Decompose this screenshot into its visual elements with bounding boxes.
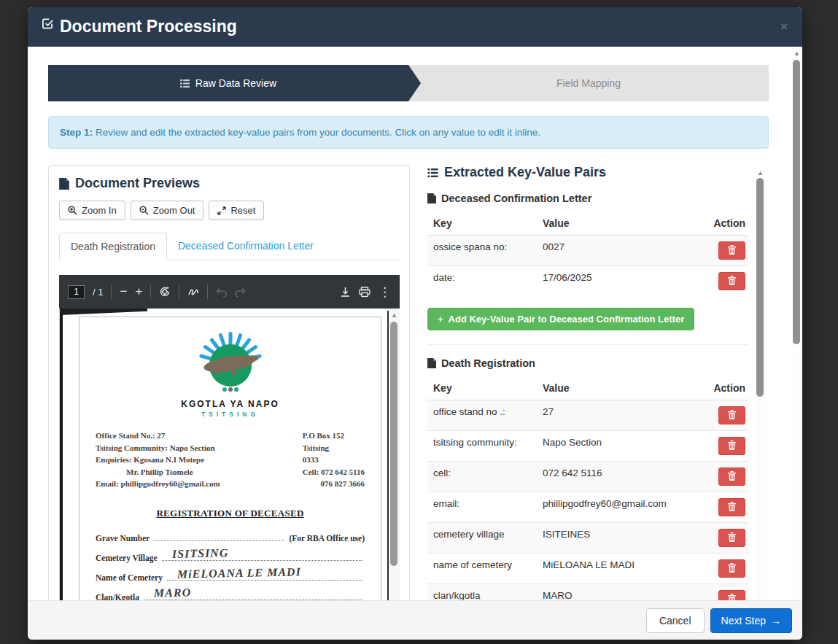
kv-value[interactable]: MARO bbox=[537, 584, 703, 601]
tab-deceased-confirmation-letter[interactable]: Deceased Confirmation Letter bbox=[167, 233, 325, 260]
reset-button[interactable]: Reset bbox=[209, 201, 264, 220]
kv-value[interactable]: ISITEINES bbox=[537, 523, 703, 554]
section-death-registration: Death Registration bbox=[427, 357, 748, 369]
delete-row-button[interactable] bbox=[718, 406, 745, 424]
kv-key: ossice spana no: bbox=[427, 236, 537, 266]
page-count: / 1 bbox=[93, 287, 103, 298]
kv-table-death-registration: Key Value Action office stand no .: 27 t… bbox=[427, 376, 748, 600]
kv-value[interactable]: phillipgodfrey60@gmail.com bbox=[537, 492, 703, 523]
redo-icon[interactable] bbox=[235, 287, 246, 297]
page-title: Document Processing bbox=[42, 17, 237, 36]
extracted-pairs-panel: Extracted Key-Value Pairs Deceased Confi… bbox=[427, 165, 769, 600]
trash-icon bbox=[728, 410, 736, 419]
pdf-page-view: KGOTLA YA NAPO TSITSING Office Stand No.… bbox=[59, 309, 400, 600]
document-processing-modal: Document Processing × Raw Data Review Fi… bbox=[28, 7, 802, 640]
kv-value[interactable]: Napo Section bbox=[537, 431, 703, 462]
trash-icon bbox=[728, 471, 736, 481]
table-row: cell: 072 642 5116 bbox=[427, 462, 748, 492]
print-icon[interactable] bbox=[359, 287, 370, 298]
kv-key: name of cemetery bbox=[427, 554, 537, 584]
kv-key: cemetery village bbox=[427, 523, 537, 554]
form-title: REGISTRATION OF DECEASED bbox=[96, 508, 365, 519]
preview-tabs: Death Registration Deceased Confirmation… bbox=[59, 233, 399, 260]
section-divider bbox=[427, 344, 748, 345]
plus-icon: + bbox=[438, 314, 443, 325]
close-icon[interactable]: × bbox=[780, 20, 788, 33]
trash-icon bbox=[728, 245, 736, 255]
delete-row-button[interactable] bbox=[718, 498, 745, 516]
step-raw-data-review[interactable]: Raw Data Review bbox=[48, 65, 408, 101]
delete-row-button[interactable] bbox=[718, 468, 745, 486]
kgotla-logo: KGOTLA YA NAPO TSITSING bbox=[96, 327, 365, 418]
pdf-viewer: 1 / 1 − + bbox=[59, 275, 400, 600]
table-row: clan/kgotla MARO bbox=[427, 584, 748, 601]
preview-scrollbar[interactable]: ▲ bbox=[389, 309, 400, 600]
alert-text: Review and edit the extracted key-value … bbox=[96, 127, 540, 138]
kv-key: cell: bbox=[427, 462, 537, 492]
alert-prefix: Step 1: bbox=[60, 127, 93, 138]
step-label: Field Mapping bbox=[556, 77, 621, 89]
wizard-stepper: Raw Data Review Field Mapping bbox=[48, 65, 769, 101]
delete-row-button[interactable] bbox=[718, 272, 745, 290]
tab-death-registration[interactable]: Death Registration bbox=[59, 233, 167, 260]
document-previews-panel: Document Previews Zoom In Zoom Out bbox=[48, 165, 410, 600]
pdf-zoom-out-icon[interactable]: − bbox=[120, 284, 127, 299]
section-deceased-confirmation-letter: Deceased Confirmation Letter bbox=[427, 193, 748, 204]
table-row: email: phillipgodfrey60@gmail.com bbox=[427, 492, 748, 523]
zoom-out-button[interactable]: Zoom Out bbox=[131, 201, 204, 220]
table-row: name of cemetery MiELOANA LE MADI bbox=[427, 554, 748, 584]
extracted-panel-scrollbar[interactable]: ▲ bbox=[755, 166, 766, 600]
rotate-icon[interactable] bbox=[159, 286, 171, 298]
kv-value[interactable]: 27 bbox=[537, 400, 703, 431]
kv-key: tsitsing community: bbox=[427, 431, 537, 462]
kv-key: office stand no .: bbox=[427, 400, 537, 431]
file-icon bbox=[59, 178, 69, 190]
step-info-alert: Step 1:Review and edit the extracted key… bbox=[48, 116, 769, 149]
file-icon bbox=[427, 358, 436, 368]
trash-icon bbox=[728, 276, 736, 285]
reset-arrows-icon bbox=[217, 206, 226, 215]
kv-value[interactable]: MiELOANA LE MADI bbox=[537, 554, 703, 584]
step-label: Raw Data Review bbox=[195, 77, 276, 89]
table-row: date: 17/06/2025 bbox=[427, 266, 748, 297]
step-field-mapping[interactable]: Field Mapping bbox=[408, 65, 769, 101]
form-fields: Grave Number(For RBA Office use) Cemeter… bbox=[96, 531, 365, 601]
handwritten-value: ISITSING bbox=[171, 546, 228, 561]
kv-value[interactable]: 072 642 5116 bbox=[537, 462, 703, 492]
file-icon bbox=[427, 193, 436, 203]
extracted-title: Extracted Key-Value Pairs bbox=[427, 165, 748, 180]
trash-icon bbox=[728, 563, 736, 573]
handwritten-value: MARO bbox=[154, 586, 191, 600]
next-step-button[interactable]: Next Step → bbox=[710, 608, 792, 633]
delete-row-button[interactable] bbox=[718, 241, 745, 260]
kv-value[interactable]: 0027 bbox=[537, 236, 703, 266]
modal-scrollbar[interactable]: ▲ bbox=[791, 47, 802, 600]
modal-footer: Cancel Next Step → bbox=[28, 600, 802, 640]
letterhead-address: Office Stand No.: 27 Tsitsing Community:… bbox=[96, 430, 365, 490]
delete-row-button[interactable] bbox=[718, 529, 745, 547]
pdf-zoom-in-icon[interactable]: + bbox=[135, 284, 142, 299]
table-row: office stand no .: 27 bbox=[427, 400, 748, 431]
table-row: cemetery village ISITEINES bbox=[427, 523, 748, 554]
kv-key: clan/kgotla bbox=[427, 584, 537, 601]
delete-row-button[interactable] bbox=[718, 559, 745, 578]
download-icon[interactable] bbox=[340, 287, 351, 298]
kv-value[interactable]: 17/06/2025 bbox=[537, 266, 703, 297]
annotate-pen-icon[interactable] bbox=[187, 287, 199, 297]
page-input[interactable]: 1 bbox=[68, 285, 85, 299]
modal-body: Raw Data Review Field Mapping Step 1:Rev… bbox=[28, 47, 802, 600]
modal-header: Document Processing × bbox=[28, 7, 802, 47]
add-key-value-pair-button[interactable]: + Add Key-Value Pair to Deceased Confirm… bbox=[427, 308, 694, 330]
cancel-button[interactable]: Cancel bbox=[646, 608, 705, 633]
zoom-out-icon bbox=[139, 206, 149, 215]
previews-title: Document Previews bbox=[59, 176, 399, 191]
delete-row-button[interactable] bbox=[718, 437, 745, 455]
delete-row-button[interactable] bbox=[718, 590, 745, 600]
undo-icon[interactable] bbox=[216, 287, 227, 297]
kv-key: date: bbox=[427, 266, 537, 297]
list-icon bbox=[427, 168, 438, 178]
scanned-document: KGOTLA YA NAPO TSITSING Office Stand No.… bbox=[60, 311, 389, 600]
zoom-in-button[interactable]: Zoom In bbox=[59, 201, 125, 220]
more-menu-icon[interactable]: ⋮ bbox=[379, 284, 391, 300]
handwritten-value: MiELOANA LE MADI bbox=[177, 565, 301, 581]
